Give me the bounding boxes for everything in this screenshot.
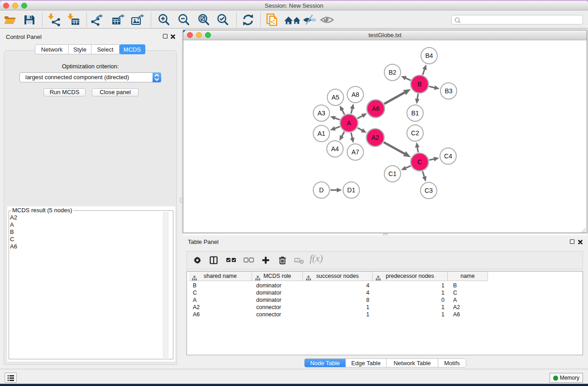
svg-text:B2: B2 bbox=[388, 69, 396, 76]
svg-text:A7: A7 bbox=[351, 148, 359, 156]
svg-text:B3: B3 bbox=[445, 87, 452, 95]
svg-text:C1: C1 bbox=[388, 170, 397, 177]
svg-text:A6: A6 bbox=[372, 105, 379, 112]
svg-text:B4: B4 bbox=[425, 52, 433, 59]
svg-text:D1: D1 bbox=[347, 186, 355, 194]
svg-text:B1: B1 bbox=[411, 110, 419, 117]
svg-text:A2: A2 bbox=[371, 134, 379, 141]
svg-text:A3: A3 bbox=[317, 110, 325, 117]
svg-text:A: A bbox=[347, 119, 351, 127]
svg-text:A4: A4 bbox=[331, 145, 339, 152]
svg-text:D: D bbox=[319, 186, 324, 194]
svg-text:C: C bbox=[417, 158, 422, 166]
svg-text:B: B bbox=[417, 81, 421, 88]
svg-text:C3: C3 bbox=[425, 187, 433, 194]
svg-text:A5: A5 bbox=[331, 94, 339, 101]
svg-text:A8: A8 bbox=[351, 91, 359, 98]
svg-text:C2: C2 bbox=[411, 129, 419, 137]
svg-text:A1: A1 bbox=[317, 130, 325, 137]
svg-text:C4: C4 bbox=[444, 152, 452, 160]
